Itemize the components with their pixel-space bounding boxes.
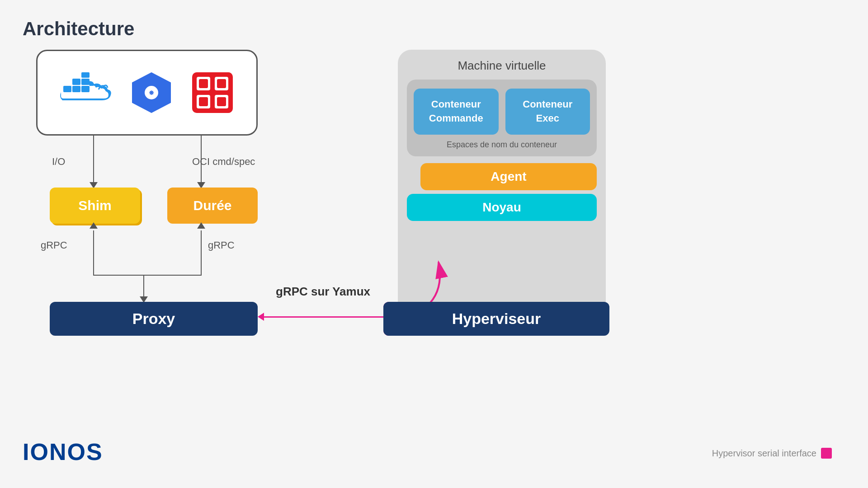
orchestration-box: ⎈ ⎈	[36, 50, 258, 136]
svg-rect-16	[217, 79, 226, 88]
duree-box: Durée	[167, 188, 258, 224]
oci-label: OCI cmd/spec	[192, 156, 255, 168]
conteneur-commande-box: Conteneur Commande	[414, 89, 499, 135]
grpc-yamux-label: gRPC sur Yamux	[276, 285, 370, 299]
namespace-label: Espaces de nom du conteneur	[414, 140, 590, 150]
kubernetes-icon: ⎈ ⎈	[129, 70, 174, 115]
arrow-up-shim	[90, 222, 98, 229]
svg-rect-1	[72, 86, 80, 92]
hyperviseur-box: Hyperviseur	[383, 302, 609, 336]
footer-label: Hypervisor serial interface	[712, 448, 832, 459]
svg-text:⎈: ⎈	[149, 89, 154, 96]
ionos-logo: IONOS	[23, 438, 103, 465]
vm-label: Machine virtuelle	[407, 59, 597, 73]
grpc-right-label: gRPC	[208, 239, 235, 251]
page-title: Architecture	[23, 18, 134, 40]
svg-rect-18	[217, 97, 226, 106]
svg-rect-5	[81, 72, 90, 78]
shim-box: Shim	[50, 188, 140, 224]
line-horizontal-split	[93, 135, 201, 136]
openstack-icon	[190, 70, 235, 115]
footer-pink-square-icon	[821, 448, 832, 459]
arrow-left-head	[258, 313, 264, 321]
io-label: I/O	[52, 156, 65, 168]
grpc-line-right-vert	[201, 230, 202, 276]
svg-rect-17	[199, 97, 208, 106]
agent-box: Agent	[420, 163, 597, 190]
containers-row: Conteneur Commande Conteneur Exec	[414, 89, 590, 135]
grpc-left-label: gRPC	[41, 239, 67, 251]
arrow-down-proxy	[143, 275, 144, 300]
docker-icon	[59, 66, 113, 120]
line-to-shim	[93, 135, 94, 185]
arrow-up-duree	[197, 222, 205, 229]
conteneur-exec-box: Conteneur Exec	[505, 89, 590, 135]
double-arrow-line	[260, 316, 391, 318]
svg-rect-0	[63, 86, 71, 92]
grpc-line-left-vert	[93, 230, 94, 276]
proxy-box: Proxy	[50, 302, 258, 336]
vm-outer-box: Machine virtuelle Conteneur Commande Con…	[398, 50, 606, 321]
svg-rect-2	[81, 86, 90, 92]
namespace-box: Conteneur Commande Conteneur Exec Espace…	[407, 80, 597, 156]
svg-rect-3	[72, 79, 80, 85]
svg-rect-15	[199, 79, 208, 88]
noyau-box: Noyau	[407, 194, 597, 221]
grpc-line-horiz	[93, 275, 202, 276]
